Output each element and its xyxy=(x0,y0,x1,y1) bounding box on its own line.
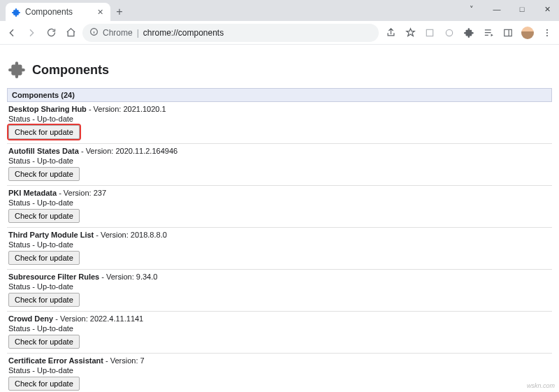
component-status: Status - Up-to-date xyxy=(8,366,551,375)
component-title: Autofill States Data - Version: 2020.11.… xyxy=(8,147,551,155)
new-tab-button[interactable]: + xyxy=(110,3,129,21)
extensions-puzzle-icon[interactable] xyxy=(463,27,475,39)
tab-title: Components xyxy=(25,7,73,17)
component-status: Status - Up-to-date xyxy=(8,240,551,249)
component-title: Crowd Deny - Version: 2022.4.11.1141 xyxy=(8,314,551,323)
tab-close-icon[interactable]: ✕ xyxy=(97,8,103,17)
toolbar-circle-icon[interactable] xyxy=(443,27,456,39)
window-close-icon[interactable]: ✕ xyxy=(538,1,556,17)
browser-tab[interactable]: Components ✕ xyxy=(6,3,110,21)
component-row: Certificate Error Assistant - Version: 7… xyxy=(7,354,552,392)
component-row: Crowd Deny - Version: 2022.4.11.1141Stat… xyxy=(7,312,552,354)
page-header: Components xyxy=(8,60,552,80)
component-status: Status - Up-to-date xyxy=(8,198,551,207)
check-for-update-button[interactable]: Check for update xyxy=(8,251,80,265)
check-for-update-button[interactable]: Check for update xyxy=(8,167,80,181)
component-row: Desktop Sharing Hub - Version: 2021.1020… xyxy=(7,102,552,144)
component-title: PKI Metadata - Version: 237 xyxy=(8,189,551,197)
component-title: Certificate Error Assistant - Version: 7 xyxy=(8,356,551,365)
svg-point-7 xyxy=(546,35,548,36)
toolbar-square-icon[interactable] xyxy=(423,27,436,39)
component-title: Desktop Sharing Hub - Version: 2021.1020… xyxy=(8,105,551,113)
component-row: Subresource Filter Rules - Version: 9.34… xyxy=(7,270,552,312)
share-icon[interactable] xyxy=(384,27,397,39)
window-maximize-icon[interactable]: □ xyxy=(513,1,531,17)
bookmark-star-icon[interactable] xyxy=(404,27,416,39)
content-viewport[interactable]: Components Components (24) Desktop Shari… xyxy=(0,45,559,392)
side-panel-icon[interactable] xyxy=(502,27,514,39)
page-title: Components xyxy=(32,63,109,78)
component-status: Status - Up-to-date xyxy=(8,115,551,123)
omnibox-separator: | xyxy=(137,28,139,38)
address-bar[interactable]: Chrome | chrome://components xyxy=(82,24,379,42)
menu-dots-icon[interactable] xyxy=(541,27,553,39)
omnibox-host: Chrome xyxy=(103,28,133,38)
svg-rect-1 xyxy=(426,29,433,36)
component-status: Status - Up-to-date xyxy=(8,324,551,333)
watermark: wskn.com xyxy=(527,382,555,389)
component-status: Status - Up-to-date xyxy=(8,157,551,165)
svg-point-5 xyxy=(546,29,548,30)
check-for-update-button[interactable]: Check for update xyxy=(8,293,80,307)
playlist-icon[interactable] xyxy=(482,27,495,39)
component-status: Status - Up-to-date xyxy=(8,282,551,291)
browser-titlebar: Components ✕ + ˅ — □ ✕ xyxy=(0,0,559,21)
component-row: Autofill States Data - Version: 2020.11.… xyxy=(7,144,552,186)
check-for-update-button[interactable]: Check for update xyxy=(8,377,80,391)
omnibox-path: chrome://components xyxy=(143,28,224,38)
site-info-icon[interactable] xyxy=(89,27,99,38)
profile-avatar[interactable] xyxy=(521,27,534,39)
svg-point-2 xyxy=(446,29,452,36)
home-icon[interactable] xyxy=(64,27,77,39)
forward-icon[interactable] xyxy=(25,27,38,39)
window-minimize-icon[interactable]: — xyxy=(488,1,506,17)
components-count-bar: Components (24) xyxy=(7,88,552,102)
puzzle-icon xyxy=(11,7,21,17)
check-for-update-button[interactable]: Check for update xyxy=(8,209,80,223)
window-controls: ˅ — □ ✕ xyxy=(463,1,556,17)
check-for-update-button[interactable]: Check for update xyxy=(8,125,80,139)
check-for-update-button[interactable]: Check for update xyxy=(8,335,80,349)
reload-icon[interactable] xyxy=(45,27,57,39)
svg-rect-3 xyxy=(504,29,512,36)
back-icon[interactable] xyxy=(6,27,18,39)
component-title: Subresource Filter Rules - Version: 9.34… xyxy=(8,273,551,281)
component-row: Third Party Module List - Version: 2018.… xyxy=(7,228,552,270)
browser-toolbar: Chrome | chrome://components xyxy=(0,21,559,45)
window-chevron-icon[interactable]: ˅ xyxy=(463,1,481,17)
component-title: Third Party Module List - Version: 2018.… xyxy=(8,231,551,239)
components-list: Desktop Sharing Hub - Version: 2021.1020… xyxy=(7,102,552,392)
puzzle-icon xyxy=(8,60,27,80)
svg-point-6 xyxy=(546,31,548,33)
component-row: PKI Metadata - Version: 237Status - Up-t… xyxy=(7,186,552,228)
